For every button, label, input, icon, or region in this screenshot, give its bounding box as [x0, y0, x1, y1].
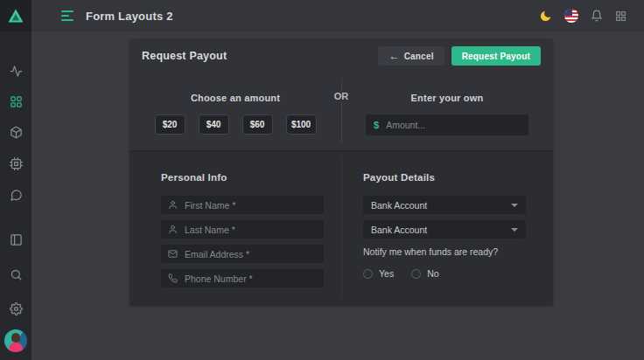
theme-moon-icon[interactable] [539, 10, 552, 23]
person-icon [168, 200, 178, 210]
page-title: Form Layouts 2 [86, 10, 173, 23]
or-divider [341, 79, 342, 143]
apps-grid-icon[interactable] [615, 10, 626, 22]
personal-info-heading: Personal Info [161, 172, 341, 183]
sidebar-item-activity[interactable] [0, 60, 32, 81]
amount-preset-20[interactable]: $20 [155, 114, 186, 135]
gear-icon [10, 302, 23, 315]
sidebar-item-messages[interactable] [0, 184, 32, 205]
arrow-left-icon: ← [388, 51, 399, 61]
last-name-field-wrap [161, 220, 324, 239]
radio-circle-icon [411, 269, 421, 279]
bank-account-select-2[interactable]: Bank Account [363, 220, 526, 239]
app-logo[interactable] [0, 0, 32, 31]
cpu-icon [10, 157, 23, 170]
menu-toggle-icon[interactable] [61, 10, 74, 21]
email-input[interactable] [185, 249, 317, 260]
card-title: Request Payout [142, 50, 227, 62]
search-icon [10, 268, 23, 281]
sidebar [0, 31, 32, 360]
language-us-flag-icon[interactable] [564, 9, 578, 23]
sidebar-item-search[interactable] [0, 264, 32, 285]
logo-triangle-icon [8, 9, 24, 23]
request-payout-card: Request Payout ← Cancel Request Payout C… [130, 38, 553, 306]
sidebar-item-layouts[interactable] [0, 91, 32, 112]
notify-question: Notify me when funds are ready? [363, 246, 553, 257]
phone-input[interactable] [185, 273, 317, 284]
radio-circle-icon [363, 269, 373, 279]
card-body: Personal Info [130, 150, 553, 306]
request-payout-button[interactable]: Request Payout [452, 46, 541, 66]
radio-option-no[interactable]: No [411, 268, 438, 279]
amount-preset-40[interactable]: $40 [199, 114, 229, 135]
sidebar-item-settings[interactable] [0, 298, 32, 319]
choose-amount-group: Choose an amount $20 $40 $60 $100 [130, 73, 341, 150]
topbar-actions [539, 9, 626, 23]
personal-info-column: Personal Info [130, 151, 341, 306]
dollar-icon: $ [374, 120, 379, 130]
phone-icon [168, 273, 178, 283]
person-icon [168, 225, 178, 234]
activity-icon [10, 65, 23, 78]
grid-icon [10, 95, 23, 108]
topbar: Form Layouts 2 [32, 0, 644, 31]
radio-option-yes[interactable]: Yes [363, 268, 394, 279]
first-name-field-wrap [161, 196, 324, 214]
enter-your-own-group: Enter your own $ [341, 73, 553, 150]
sidebar-item-components[interactable] [0, 121, 32, 142]
custom-amount-input[interactable] [386, 120, 521, 130]
notifications-bell-icon[interactable] [591, 10, 603, 22]
sidebar-item-layout-toggle[interactable] [0, 229, 32, 250]
chevron-down-icon [511, 228, 518, 232]
cube-icon [10, 126, 23, 139]
payout-details-column: Payout Details Bank Account Bank Account… [341, 151, 553, 306]
first-name-input[interactable] [185, 200, 317, 211]
bank-account-select-1[interactable]: Bank Account [363, 196, 526, 214]
payout-details-heading: Payout Details [363, 172, 553, 183]
sidebar-item-hardware[interactable] [0, 153, 32, 174]
chat-icon [10, 189, 23, 202]
card-header: Request Payout ← Cancel Request Payout [130, 38, 553, 73]
mail-icon [168, 249, 178, 259]
cancel-button[interactable]: ← Cancel [378, 46, 444, 66]
choose-amount-label: Choose an amount [191, 93, 280, 103]
chevron-down-icon [511, 204, 518, 207]
email-field-wrap [161, 245, 324, 263]
column-divider [341, 156, 342, 297]
last-name-input[interactable] [185, 225, 317, 235]
phone-field-wrap [161, 269, 324, 287]
layout-icon [10, 233, 23, 246]
notify-radio-group: Yes No [363, 268, 553, 279]
amount-section: Choose an amount $20 $40 $60 $100 OR Ent… [130, 73, 553, 150]
amount-preset-60[interactable]: $60 [242, 114, 273, 135]
user-avatar[interactable] [4, 329, 27, 352]
enter-your-own-label: Enter your own [411, 93, 484, 103]
or-label: OR [329, 91, 354, 101]
amount-preset-100[interactable]: $100 [286, 114, 317, 135]
avatar-figure [11, 333, 20, 343]
